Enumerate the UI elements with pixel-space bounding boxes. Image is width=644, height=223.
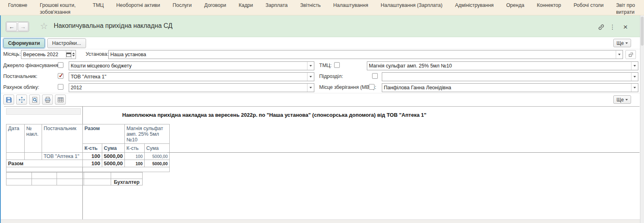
print-preview-icon[interactable] [29, 95, 40, 105]
funding-source-dropdown-icon[interactable] [307, 62, 314, 70]
more-button-report[interactable]: Ще [613, 95, 631, 104]
scrollbar-thumb[interactable] [641, 17, 644, 46]
table-settings-icon[interactable] [55, 95, 66, 105]
empty-row-cell[interactable] [6, 167, 170, 172]
sig-cell[interactable] [32, 179, 57, 185]
menu-item-zvit-pro-vytraty[interactable]: Звіт про витрати [616, 2, 642, 16]
menu-item-tmc[interactable]: ТМЦ [93, 2, 104, 9]
sig-cell[interactable] [6, 179, 32, 185]
generate-button[interactable]: Сформувати [3, 38, 45, 48]
funding-source-checkbox[interactable] [58, 62, 63, 68]
col-header-item-sum[interactable]: Сума [145, 144, 170, 153]
storage-place-dropdown-icon[interactable] [631, 84, 638, 92]
org-dropdown-icon[interactable] [616, 50, 623, 59]
supplier-input[interactable] [69, 73, 307, 81]
total-item-qty-cell[interactable]: 100 [125, 160, 145, 167]
supplier-checkbox[interactable] [58, 73, 63, 79]
more-button-label: Ще [617, 40, 624, 46]
calendar-icon[interactable] [66, 50, 71, 59]
settings-button[interactable]: Настройки... [47, 38, 86, 48]
menu-item-nalashtuvannya[interactable]: Налаштування [333, 2, 368, 9]
command-bar: Сформувати Настройки... Ще [0, 37, 640, 49]
back-arrow-icon[interactable]: ← [6, 22, 17, 31]
sig-cell[interactable] [84, 173, 111, 179]
storage-place-checkbox[interactable] [369, 84, 375, 90]
accountant-label-cell[interactable]: Бухгалтер [111, 179, 143, 185]
menu-item-kadry[interactable]: Кадри [239, 2, 253, 9]
account-input[interactable] [69, 84, 307, 92]
cell-total-qty[interactable]: 100 [83, 153, 102, 160]
sig-cell[interactable] [111, 173, 143, 179]
org-label: Установа: [86, 51, 109, 57]
department-field [382, 72, 638, 81]
menu-item-zarplata[interactable]: Зарплата [265, 2, 288, 9]
department-input[interactable] [382, 73, 631, 81]
tmc-field [367, 61, 638, 70]
funding-source-label: Джерело фінансування: [3, 63, 59, 68]
storage-place-input[interactable] [382, 84, 631, 92]
menu-item-administruvannya[interactable]: Адміністрування [455, 2, 494, 9]
menu-item-zvitnist[interactable]: Звітність [300, 2, 321, 9]
storage-place-label: Місце зберігання (МВО): [319, 84, 376, 90]
menu-item-poslugy[interactable]: Послуги [173, 2, 192, 9]
fit-to-page-icon[interactable] [16, 95, 27, 105]
total-sum-cell[interactable]: 5000,00 [102, 160, 125, 167]
menu-item-konnektor[interactable]: Коннектор [537, 2, 561, 9]
sig-cell[interactable] [84, 179, 111, 185]
print-icon[interactable] [42, 95, 53, 105]
account-dropdown-icon[interactable] [307, 84, 314, 92]
horizontal-scrollbar[interactable] [0, 219, 640, 223]
department-checkbox[interactable] [372, 73, 378, 79]
tmc-checkbox[interactable] [334, 62, 340, 68]
open-value-icon[interactable] [625, 50, 636, 59]
cell-item-sum[interactable]: 5000,00 [145, 153, 170, 160]
link-icon[interactable] [597, 23, 605, 31]
menu-item-neoborotni-aktyvy[interactable]: Необоротні активи [116, 2, 160, 9]
menu-item-nalashtuvannya-zarplata[interactable]: Налаштування (Зарплата) [381, 2, 442, 9]
header-separator-line [167, 152, 640, 153]
sig-cell[interactable] [32, 173, 57, 179]
cell-total-sum[interactable]: 5000,00 [102, 153, 125, 160]
month-spinner[interactable] [71, 50, 76, 59]
col-group-total[interactable]: Разом [83, 124, 125, 144]
cell-supplier[interactable]: ТОВ "Аптека 1" [42, 153, 83, 160]
close-icon[interactable]: × [621, 23, 629, 31]
sig-cell[interactable] [57, 179, 84, 185]
col-group-item[interactable]: Магнія сульфат амп. 25% 5мл №10 [125, 124, 170, 144]
menu-item-dogovory[interactable]: Договори [204, 2, 226, 9]
cell-date[interactable] [6, 153, 25, 160]
funding-source-input[interactable] [69, 62, 307, 70]
sig-cell[interactable] [6, 173, 32, 179]
cell-doc-no[interactable] [25, 153, 42, 160]
account-checkbox[interactable] [58, 84, 63, 90]
col-header-date[interactable]: Дата [6, 124, 25, 153]
more-button-top[interactable]: Ще [613, 39, 631, 47]
report-title[interactable]: Накоплююча прихідна накладна за вересень… [83, 112, 466, 118]
cell-item-qty[interactable]: 100 [125, 153, 145, 160]
col-header-total-sum[interactable]: Сума [102, 144, 125, 153]
favorite-star-icon[interactable]: ☆ [40, 21, 48, 32]
total-qty-cell[interactable]: 100 [83, 160, 102, 167]
forward-arrow-icon[interactable]: → [18, 22, 28, 31]
save-icon[interactable] [3, 95, 14, 105]
menu-item-orenda[interactable]: Оренда [506, 2, 524, 9]
supplier-dropdown-icon[interactable] [307, 73, 314, 81]
tmc-input[interactable] [367, 62, 631, 70]
department-dropdown-icon[interactable] [631, 73, 638, 81]
month-input[interactable] [21, 50, 66, 59]
kebab-menu-icon[interactable]: ⋮ [608, 23, 617, 31]
total-item-sum-cell[interactable]: 5000,00 [145, 160, 170, 167]
col-header-supplier[interactable]: Постачальник [42, 124, 83, 153]
tmc-dropdown-icon[interactable] [631, 62, 638, 70]
vertical-scrollbar[interactable] [640, 15, 644, 223]
menu-item-robochi-stoly[interactable]: Робочі столи [574, 2, 604, 9]
col-header-doc-no[interactable]: № накл. [25, 124, 42, 153]
col-header-total-qty[interactable]: К-сть [83, 144, 102, 153]
report-corner-cell[interactable] [6, 108, 81, 115]
menu-item-groshovi-koshty[interactable]: Грошові кошти, зобов'язання [40, 2, 80, 16]
menu-item-golovne[interactable]: Головне [8, 2, 27, 9]
total-label-cell[interactable]: Разом [6, 160, 83, 167]
col-header-item-qty[interactable]: К-сть [125, 144, 145, 153]
sig-cell[interactable] [57, 173, 84, 179]
org-input[interactable] [109, 50, 616, 59]
